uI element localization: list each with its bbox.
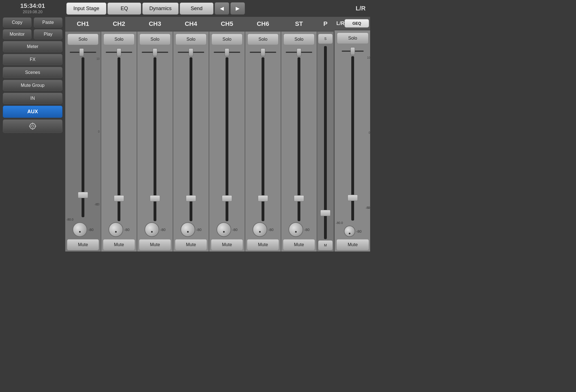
partial-solo-button[interactable]: S xyxy=(318,34,332,44)
copy-paste-row: Copy Paste xyxy=(3,17,62,28)
ch4-pan-row xyxy=(173,47,209,57)
st-fader-thumb[interactable] xyxy=(294,195,304,201)
ch6-fader-area: -80 xyxy=(245,47,281,238)
ch5-fader-thumb[interactable] xyxy=(222,195,232,201)
ch2-mute-button[interactable]: Mute xyxy=(103,239,135,250)
lr-geq-panel: L/R GEQ Solo 10 0 -10 -80 xyxy=(334,17,370,251)
ch5-db-label: -80 xyxy=(232,228,238,232)
monitor-button[interactable]: Monitor xyxy=(3,29,32,39)
ch4-fader-track[interactable] xyxy=(190,57,192,221)
mute-group-button[interactable]: Mute Group xyxy=(3,80,62,91)
ch3-knob[interactable] xyxy=(145,222,159,237)
fx-button[interactable]: FX xyxy=(3,54,62,65)
lr-pan-track[interactable] xyxy=(342,51,364,52)
ch3-mute-button[interactable]: Mute xyxy=(139,239,171,250)
ch2-fader-track[interactable] xyxy=(118,57,120,221)
ch1-fader-track-wrapper xyxy=(77,57,89,217)
ch2-pan-track[interactable] xyxy=(106,52,132,53)
lr-pan-row xyxy=(335,46,370,56)
geq-button[interactable]: GEQ xyxy=(345,19,369,28)
lr-fader-container: 10 0 -10 -80 xyxy=(335,56,370,221)
ch3-pan-row xyxy=(137,47,173,57)
ch4-fader-area: -80 xyxy=(173,47,209,238)
ch2-fader-thumb[interactable] xyxy=(114,195,124,201)
scenes-button[interactable]: Scenes xyxy=(3,67,62,78)
crosshair-button[interactable] xyxy=(3,119,62,133)
ch3-solo-button[interactable]: Solo xyxy=(140,34,171,45)
ch2-knob[interactable] xyxy=(109,222,123,237)
aux-button[interactable]: AUX xyxy=(3,106,62,118)
ch3-pan-track[interactable] xyxy=(142,52,168,53)
ch5-mute-button[interactable]: Mute xyxy=(211,239,243,250)
lr-fader-thumb[interactable] xyxy=(348,195,358,201)
lr-fader-track[interactable] xyxy=(351,56,354,221)
ch1-solo-button[interactable]: Solo xyxy=(68,34,99,45)
ch2-solo-button[interactable]: Solo xyxy=(104,34,135,45)
lr-pan-thumb[interactable] xyxy=(350,47,355,55)
ch6-pan-thumb[interactable] xyxy=(261,48,265,56)
ch6-pan-track[interactable] xyxy=(250,52,276,53)
lr-solo-button[interactable]: Solo xyxy=(337,33,369,44)
st-knob-row: -80 xyxy=(281,221,317,238)
ch6-fader-track-wrapper xyxy=(257,57,269,221)
in-button[interactable]: IN xyxy=(3,93,62,104)
lr-knob[interactable] xyxy=(344,226,355,237)
ch4-pan-track[interactable] xyxy=(178,52,204,53)
ch1-knob[interactable] xyxy=(73,222,87,237)
play-button[interactable]: Play xyxy=(34,29,62,39)
send-button[interactable]: Send xyxy=(180,3,213,15)
next-button[interactable]: ▶ xyxy=(230,2,245,15)
ch5-knob[interactable] xyxy=(217,222,231,237)
lr-label: L/R xyxy=(356,5,368,12)
meter-button[interactable]: Meter xyxy=(3,41,62,52)
ch4-fader-thumb[interactable] xyxy=(186,195,196,201)
lr-mute-button[interactable]: Mute xyxy=(336,239,369,250)
ch1-fader-track[interactable] xyxy=(82,57,84,217)
ch5-fader-track[interactable] xyxy=(226,57,228,221)
ch1-pan-thumb[interactable] xyxy=(79,48,84,56)
st-fader-track[interactable] xyxy=(298,57,300,221)
st-solo-button[interactable]: Solo xyxy=(284,34,315,45)
st-pan-track[interactable] xyxy=(286,52,312,53)
ch2-pan-thumb[interactable] xyxy=(117,48,121,56)
partial-fader-track[interactable] xyxy=(324,46,327,239)
st-fader-container xyxy=(281,57,317,221)
paste-button[interactable]: Paste xyxy=(34,17,62,28)
ch4-header: CH4 xyxy=(173,17,209,31)
st-db-label: -80 xyxy=(304,228,310,232)
copy-button[interactable]: Copy xyxy=(3,17,32,28)
ch3-knob-dot xyxy=(151,231,153,233)
st-knob[interactable] xyxy=(289,222,303,237)
ch6-fader-track[interactable] xyxy=(262,57,264,221)
st-knob-dot xyxy=(295,231,297,233)
ch5-pan-thumb[interactable] xyxy=(225,48,229,56)
ch3-pan-thumb[interactable] xyxy=(153,48,157,56)
ch3-fader-thumb[interactable] xyxy=(150,195,160,201)
ch3-fader-track[interactable] xyxy=(154,57,156,221)
input-stage-button[interactable]: Input Stage xyxy=(66,3,106,15)
ch4-pan-thumb[interactable] xyxy=(189,48,193,56)
ch4-solo-button[interactable]: Solo xyxy=(176,34,207,45)
ch6-fader-thumb[interactable] xyxy=(258,195,268,201)
ch4-knob[interactable] xyxy=(181,222,195,237)
ch1-pan-track[interactable] xyxy=(70,52,96,53)
st-pan-thumb[interactable] xyxy=(297,48,301,56)
ch6-knob[interactable] xyxy=(253,222,267,237)
partial-fader-thumb[interactable] xyxy=(320,210,330,216)
ch1-fader-thumb[interactable] xyxy=(78,192,88,198)
ch4-knob-dot xyxy=(187,231,189,233)
st-mute-button[interactable]: Mute xyxy=(283,239,315,250)
prev-button[interactable]: ◀ xyxy=(215,2,229,15)
partial-mute-button[interactable]: M xyxy=(318,240,333,250)
dynamics-button[interactable]: Dynamics xyxy=(142,3,179,15)
ch1-bottom-val: -80.0 xyxy=(65,218,101,221)
ch6-solo-button[interactable]: Solo xyxy=(248,34,279,45)
ch5-pan-track[interactable] xyxy=(214,52,240,53)
ch3-header: CH3 xyxy=(137,17,173,31)
ch3-db-label: -80 xyxy=(160,228,166,232)
ch4-mute-button[interactable]: Mute xyxy=(175,239,207,250)
ch6-mute-button[interactable]: Mute xyxy=(247,239,279,250)
ch1-mute-button[interactable]: Mute xyxy=(67,239,99,250)
eq-button[interactable]: EQ xyxy=(107,3,141,15)
ch5-solo-button[interactable]: Solo xyxy=(212,34,243,45)
